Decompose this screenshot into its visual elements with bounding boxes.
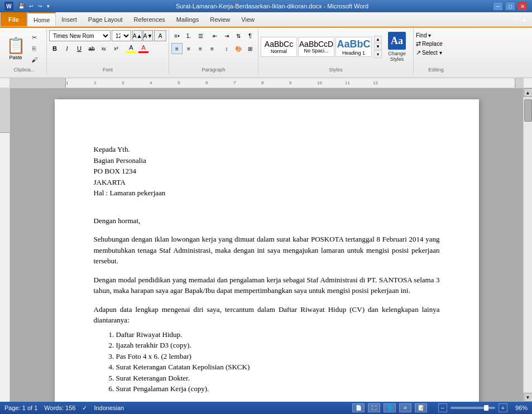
- clipboard-content: 📋 Paste ✂ ⎘ 🖌: [4, 30, 44, 66]
- font-size-increase-button[interactable]: A▲: [132, 30, 142, 41]
- address-line-3: PO BOX 1234: [94, 166, 440, 177]
- sort-button[interactable]: ⇅: [233, 30, 244, 41]
- menu-insert[interactable]: Insert: [56, 12, 83, 26]
- ruler-mark-8: 8: [261, 80, 263, 85]
- language[interactable]: Indonesian: [94, 405, 124, 411]
- decrease-indent-button[interactable]: ⇤: [209, 30, 221, 41]
- menu-view[interactable]: View: [236, 12, 260, 26]
- font-color-button[interactable]: A: [138, 44, 148, 53]
- vertical-scrollbar[interactable]: ▲ ▼: [523, 88, 532, 402]
- numbering-button[interactable]: 1.: [183, 30, 194, 41]
- styles-row: AaBbCc Normal AaBbCcD No Spaci... AaBbC …: [261, 30, 411, 64]
- menu-spacer: [260, 12, 512, 26]
- zoom-thumb[interactable]: [484, 405, 488, 411]
- document-area[interactable]: Kepada Yth. Bagian Personalia PO BOX 123…: [10, 88, 523, 402]
- ruler-mark-12: 12: [373, 80, 378, 85]
- font-size-buttons: A▲ A▼: [132, 30, 153, 41]
- list-item-6: Surat Pengalaman Kerja (copy).: [116, 383, 440, 394]
- menu-file[interactable]: File: [0, 12, 27, 26]
- divider: [218, 43, 221, 54]
- main-area: Kepada Yth. Bagian Personalia PO BOX 123…: [0, 88, 532, 402]
- scroll-up-button[interactable]: ▲: [524, 88, 533, 97]
- style-h1-label: Heading 1: [342, 50, 365, 56]
- style-nospace[interactable]: AaBbCcD No Spaci...: [298, 37, 334, 57]
- menu-home[interactable]: Home: [27, 12, 56, 26]
- ribbon: 📋 Paste ✂ ⎘ 🖌 Clipboa... Times New Rom 1…: [0, 28, 532, 78]
- paste-button[interactable]: 📋 Paste: [4, 30, 27, 66]
- ruler-right-space: [523, 78, 532, 88]
- ruler-left-margin: [10, 78, 66, 88]
- list-item-3: Pas Foto 4 x 6. (2 lembar): [116, 351, 440, 362]
- justify-button[interactable]: ≡: [207, 43, 218, 54]
- style-normal[interactable]: AaBbCc Normal: [261, 37, 297, 57]
- full-screen-button[interactable]: ⛶: [368, 403, 380, 412]
- align-right-button[interactable]: ≡: [195, 43, 206, 54]
- underline-button[interactable]: U: [74, 43, 85, 54]
- menu-mailings[interactable]: Mailings: [171, 12, 204, 26]
- draft-view-button[interactable]: 📝: [415, 403, 427, 412]
- ribbon-minimize-button[interactable]: ▲: [520, 16, 529, 23]
- show-formatting-button[interactable]: ¶: [245, 30, 256, 41]
- web-layout-button[interactable]: 🌐: [384, 403, 396, 412]
- menu-references[interactable]: References: [128, 12, 171, 26]
- styles-scroll-up[interactable]: ▲: [374, 36, 382, 42]
- italic-button[interactable]: I: [61, 43, 73, 54]
- change-styles-button[interactable]: Aa ChangeStyles: [383, 30, 411, 64]
- outline-view-button[interactable]: ≡: [399, 403, 411, 412]
- address-line-2: Bagian Personalia: [94, 155, 440, 166]
- copy-button[interactable]: ⎘: [28, 44, 40, 54]
- close-button[interactable]: ✕: [517, 2, 528, 11]
- text-highlight-button[interactable]: A: [126, 44, 136, 53]
- ruler-mark-2: 2: [94, 80, 96, 85]
- customize-qa-button[interactable]: ▾: [45, 3, 51, 9]
- multilevel-button[interactable]: ☰: [195, 30, 206, 41]
- highlight-icon: A: [129, 44, 133, 51]
- increase-indent-button[interactable]: ⇥: [221, 30, 232, 41]
- zoom-out-button[interactable]: −: [438, 403, 447, 412]
- save-button[interactable]: 💾: [17, 3, 26, 9]
- print-layout-button[interactable]: 📄: [352, 403, 365, 412]
- superscript-button[interactable]: x²: [111, 43, 122, 54]
- menu-review[interactable]: Review: [204, 12, 236, 26]
- borders-button[interactable]: ⊞: [245, 43, 256, 54]
- styles-scroll-down[interactable]: ▼: [374, 43, 382, 50]
- zoom-level[interactable]: 96%: [511, 405, 528, 411]
- find-button[interactable]: Find ▾: [416, 32, 456, 38]
- clipboard-group: 📋 Paste ✂ ⎘ 🖌 Clipboa...: [2, 29, 47, 74]
- cut-button[interactable]: ✂: [28, 32, 40, 42]
- redo-button[interactable]: ↪: [36, 3, 44, 9]
- strikethrough-button[interactable]: ab: [86, 43, 97, 54]
- line-spacing-button[interactable]: ↕: [221, 43, 232, 54]
- format-painter-button[interactable]: 🖌: [28, 55, 40, 65]
- font-size-decrease-button[interactable]: A▼: [143, 30, 153, 41]
- minimize-button[interactable]: ─: [493, 2, 503, 11]
- undo-button[interactable]: ↩: [27, 3, 35, 9]
- bullets-button[interactable]: ≡•: [171, 30, 183, 41]
- zoom-in-button[interactable]: +: [499, 403, 507, 412]
- ruler-mark-6: 6: [205, 80, 208, 85]
- spell-check-icon[interactable]: ✓: [82, 405, 87, 412]
- doc-paragraph-1: Sehubungan dengan iklan lowongan kerja y…: [94, 234, 440, 267]
- style-heading1[interactable]: AaBbC Heading 1: [336, 37, 372, 57]
- replace-button[interactable]: ⇄ Replace: [416, 40, 456, 47]
- align-center-button[interactable]: ≡: [183, 43, 194, 54]
- bold-button[interactable]: B: [49, 43, 60, 54]
- font-size-select[interactable]: 12: [112, 30, 131, 41]
- scroll-thumb[interactable]: [524, 99, 532, 122]
- styles-group: AaBbCc Normal AaBbCcD No Spaci... AaBbC …: [258, 29, 414, 74]
- align-left-button[interactable]: ≡: [171, 43, 183, 54]
- clear-format-button[interactable]: A: [154, 30, 166, 41]
- ribbon-help-button[interactable]: ?: [512, 16, 518, 23]
- zoom-slider[interactable]: [450, 407, 495, 409]
- font-name-select[interactable]: Times New Rom: [49, 30, 111, 41]
- font-row1: Times New Rom 12 A▲ A▼ A: [49, 30, 166, 41]
- restore-button[interactable]: □: [505, 2, 515, 11]
- select-button[interactable]: ↗ Select ▾: [416, 49, 456, 56]
- menu-page-layout[interactable]: Page Layout: [83, 12, 128, 26]
- styles-more[interactable]: ▾: [374, 50, 382, 58]
- scroll-down-button[interactable]: ▼: [524, 393, 533, 402]
- address-line-5: Hal : Lamaran pekerjaan: [94, 187, 440, 199]
- subscript-button[interactable]: x₂: [98, 43, 109, 54]
- paragraph-group: ≡• 1. ☰ ⇤ ⇥ ⇅ ¶ ≡ ≡ ≡ ≡ ↕ 🎨 ⊞ Paragraph: [169, 29, 258, 74]
- shading-button[interactable]: 🎨: [233, 43, 244, 54]
